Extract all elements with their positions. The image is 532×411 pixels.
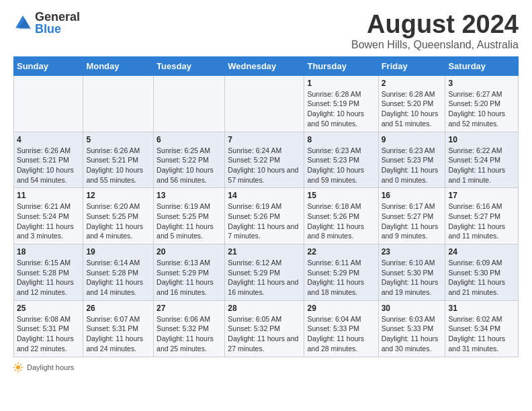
calendar-cell: 15Sunrise: 6:18 AMSunset: 5:26 PMDayligh… [304, 188, 378, 244]
calendar-week-row: 1Sunrise: 6:28 AMSunset: 5:19 PMDaylight… [14, 75, 519, 132]
day-number: 1 [307, 79, 375, 88]
calendar-cell: 25Sunrise: 6:08 AMSunset: 5:31 PMDayligh… [14, 300, 83, 357]
day-number: 26 [86, 304, 150, 313]
calendar-cell: 24Sunrise: 6:09 AMSunset: 5:30 PMDayligh… [445, 244, 519, 301]
day-info: Sunrise: 6:04 AMSunset: 5:33 PMDaylight:… [307, 315, 364, 353]
day-info: Sunrise: 6:25 AMSunset: 5:22 PMDaylight:… [157, 146, 214, 184]
day-number: 18 [17, 247, 80, 257]
header-cell-friday: Friday [378, 56, 445, 75]
day-number: 30 [382, 304, 443, 313]
calendar-cell [154, 75, 225, 132]
day-info: Sunrise: 6:19 AMSunset: 5:25 PMDaylight:… [157, 202, 214, 240]
day-number: 13 [157, 191, 222, 200]
svg-line-9 [20, 364, 21, 365]
calendar-week-row: 25Sunrise: 6:08 AMSunset: 5:31 PMDayligh… [14, 300, 519, 357]
day-info: Sunrise: 6:05 AMSunset: 5:32 PMDaylight:… [228, 315, 298, 353]
svg-line-8 [20, 369, 21, 371]
calendar-cell: 7Sunrise: 6:24 AMSunset: 5:22 PMDaylight… [225, 132, 304, 188]
day-info: Sunrise: 6:23 AMSunset: 5:23 PMDaylight:… [307, 146, 364, 184]
day-info: Sunrise: 6:13 AMSunset: 5:29 PMDaylight:… [157, 259, 214, 296]
day-info: Sunrise: 6:24 AMSunset: 5:22 PMDaylight:… [228, 146, 298, 184]
day-info: Sunrise: 6:08 AMSunset: 5:31 PMDaylight:… [17, 315, 74, 353]
calendar-cell: 26Sunrise: 6:07 AMSunset: 5:31 PMDayligh… [83, 300, 154, 357]
day-number: 19 [86, 247, 150, 257]
day-info: Sunrise: 6:19 AMSunset: 5:26 PMDaylight:… [228, 202, 298, 240]
calendar-cell: 30Sunrise: 6:03 AMSunset: 5:33 PMDayligh… [378, 300, 445, 357]
day-info: Sunrise: 6:15 AMSunset: 5:28 PMDaylight:… [17, 259, 74, 296]
day-info: Sunrise: 6:20 AMSunset: 5:25 PMDaylight:… [86, 202, 143, 240]
day-number: 27 [157, 304, 222, 313]
calendar-cell: 9Sunrise: 6:23 AMSunset: 5:23 PMDaylight… [378, 132, 445, 188]
day-number: 16 [382, 191, 443, 200]
calendar-cell: 12Sunrise: 6:20 AMSunset: 5:25 PMDayligh… [83, 188, 154, 244]
calendar-cell: 13Sunrise: 6:19 AMSunset: 5:25 PMDayligh… [154, 188, 225, 244]
day-number: 9 [382, 135, 443, 144]
main-title: August 2024 [351, 11, 519, 39]
day-number: 31 [448, 304, 515, 313]
calendar-cell [14, 75, 83, 132]
day-info: Sunrise: 6:14 AMSunset: 5:28 PMDaylight:… [86, 259, 143, 296]
day-number: 23 [382, 247, 443, 257]
daylight-label: Daylight hours [27, 363, 74, 371]
day-number: 7 [228, 135, 301, 144]
calendar-cell: 8Sunrise: 6:23 AMSunset: 5:23 PMDaylight… [304, 132, 378, 188]
title-area: August 2024 Bowen Hills, Queensland, Aus… [351, 11, 519, 51]
day-info: Sunrise: 6:26 AMSunset: 5:21 PMDaylight:… [17, 146, 74, 184]
day-info: Sunrise: 6:10 AMSunset: 5:30 PMDaylight:… [382, 259, 439, 296]
day-number: 6 [157, 135, 222, 144]
day-number: 10 [448, 135, 515, 144]
calendar-header-row: SundayMondayTuesdayWednesdayThursdayFrid… [14, 56, 519, 75]
logo: General Blue [13, 11, 80, 35]
logo-icon [13, 13, 32, 32]
calendar-cell: 21Sunrise: 6:12 AMSunset: 5:29 PMDayligh… [225, 244, 304, 301]
day-info: Sunrise: 6:09 AMSunset: 5:30 PMDaylight:… [448, 259, 505, 296]
day-info: Sunrise: 6:28 AMSunset: 5:20 PMDaylight:… [382, 90, 439, 128]
svg-line-10 [15, 369, 16, 371]
calendar-cell: 27Sunrise: 6:06 AMSunset: 5:32 PMDayligh… [154, 300, 225, 357]
calendar-cell: 6Sunrise: 6:25 AMSunset: 5:22 PMDaylight… [154, 132, 225, 188]
calendar-cell: 10Sunrise: 6:22 AMSunset: 5:24 PMDayligh… [445, 132, 519, 188]
calendar-cell: 18Sunrise: 6:15 AMSunset: 5:28 PMDayligh… [14, 244, 83, 301]
calendar-cell [83, 75, 154, 132]
calendar-cell: 20Sunrise: 6:13 AMSunset: 5:29 PMDayligh… [154, 244, 225, 301]
subtitle: Bowen Hills, Queensland, Australia [351, 39, 519, 51]
calendar-cell: 1Sunrise: 6:28 AMSunset: 5:19 PMDaylight… [304, 75, 378, 132]
day-info: Sunrise: 6:07 AMSunset: 5:31 PMDaylight:… [86, 315, 143, 353]
calendar-week-row: 11Sunrise: 6:21 AMSunset: 5:24 PMDayligh… [14, 188, 519, 244]
sun-icon [13, 363, 23, 372]
day-number: 12 [86, 191, 150, 200]
header-cell-tuesday: Tuesday [154, 56, 225, 75]
day-info: Sunrise: 6:06 AMSunset: 5:32 PMDaylight:… [157, 315, 214, 353]
day-info: Sunrise: 6:26 AMSunset: 5:21 PMDaylight:… [86, 146, 143, 184]
day-number: 25 [17, 304, 80, 313]
day-info: Sunrise: 6:03 AMSunset: 5:33 PMDaylight:… [382, 315, 439, 353]
logo-general: General [35, 11, 80, 23]
day-number: 24 [448, 247, 515, 257]
svg-line-7 [15, 364, 16, 365]
calendar-week-row: 4Sunrise: 6:26 AMSunset: 5:21 PMDaylight… [14, 132, 519, 188]
header: General Blue August 2024 Bowen Hills, Qu… [13, 11, 519, 51]
svg-point-2 [16, 365, 20, 369]
calendar-cell: 28Sunrise: 6:05 AMSunset: 5:32 PMDayligh… [225, 300, 304, 357]
calendar-cell: 17Sunrise: 6:16 AMSunset: 5:27 PMDayligh… [445, 188, 519, 244]
calendar-cell: 22Sunrise: 6:11 AMSunset: 5:29 PMDayligh… [304, 244, 378, 301]
day-number: 20 [157, 247, 222, 257]
day-number: 29 [307, 304, 375, 313]
day-number: 3 [448, 79, 515, 88]
day-number: 28 [228, 304, 301, 313]
day-info: Sunrise: 6:02 AMSunset: 5:34 PMDaylight:… [448, 315, 505, 353]
calendar-table: SundayMondayTuesdayWednesdayThursdayFrid… [13, 56, 519, 357]
calendar-week-row: 18Sunrise: 6:15 AMSunset: 5:28 PMDayligh… [14, 244, 519, 301]
header-cell-wednesday: Wednesday [225, 56, 304, 75]
day-number: 17 [448, 191, 515, 200]
calendar-cell: 23Sunrise: 6:10 AMSunset: 5:30 PMDayligh… [378, 244, 445, 301]
calendar-cell: 29Sunrise: 6:04 AMSunset: 5:33 PMDayligh… [304, 300, 378, 357]
day-info: Sunrise: 6:22 AMSunset: 5:24 PMDaylight:… [448, 146, 505, 184]
header-cell-sunday: Sunday [14, 56, 83, 75]
day-number: 8 [307, 135, 375, 144]
calendar-cell: 5Sunrise: 6:26 AMSunset: 5:21 PMDaylight… [83, 132, 154, 188]
day-number: 11 [17, 191, 80, 200]
day-number: 5 [86, 135, 150, 144]
calendar-cell: 2Sunrise: 6:28 AMSunset: 5:20 PMDaylight… [378, 75, 445, 132]
header-cell-thursday: Thursday [304, 56, 378, 75]
